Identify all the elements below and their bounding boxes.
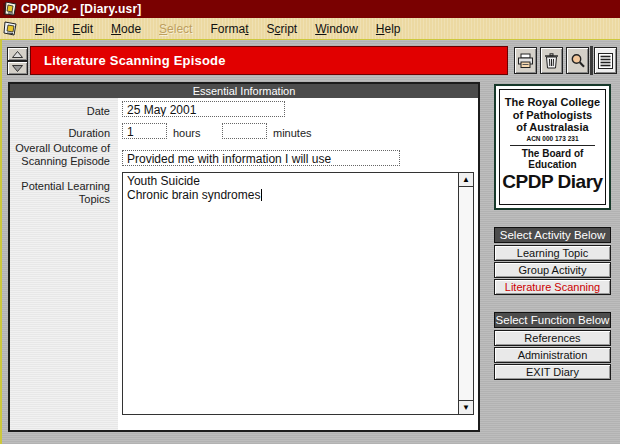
menu-item-select: Select [150,20,201,38]
group-activity-button[interactable]: Group Activity [494,262,611,278]
topics-textarea[interactable]: Youth Suicide Chronic brain syndromes ▲ … [122,172,474,415]
logo-line-1: The Royal College [500,96,605,109]
title-bar[interactable]: CPDPv2 - [Diary.usr] [0,0,620,18]
topics-line-2: Chronic brain syndromes [127,188,260,202]
print-button[interactable] [514,47,537,74]
administration-button[interactable]: Administration [494,347,611,363]
search-icon [570,53,586,69]
logo-line-2: of Pathologists [500,109,605,122]
menu-item-format[interactable]: Format [201,20,257,38]
triangle-down-icon [12,65,23,72]
logo-acn: ACN 000 173 231 [500,135,605,142]
logo-board-line: The Board of Education [500,148,605,170]
menu-item-mode[interactable]: Mode [102,20,150,38]
menu-item-file[interactable]: File [26,20,63,38]
date-label: Date [10,105,110,117]
learning-topic-button[interactable]: Learning Topic [494,245,611,261]
outcome-input[interactable]: Provided me with information I will use [122,150,400,166]
menu-bar: File Edit Mode Select Format Script Wind… [0,18,620,39]
literature-scanning-button[interactable]: Literature Scanning [494,279,611,295]
organisation-logo: The Royal College of Pathologists of Aus… [494,84,611,210]
outcome-label-line2: Scanning Episode [10,155,110,167]
function-section-header: Select Function Below [494,312,611,328]
menu-item-help[interactable]: Help [367,20,410,38]
hours-label: hours [173,127,201,139]
print-icon [517,53,534,69]
window-title: CPDPv2 - [Diary.usr] [21,2,141,16]
references-button[interactable]: References [494,330,611,346]
textarea-scrollbar[interactable]: ▲ ▼ [458,173,473,414]
menu-item-script[interactable]: Script [257,20,306,38]
episode-form-panel: Essential Information Date 25 May 2001 D… [8,82,480,432]
logo-product-name: CPDP Diary [500,171,605,193]
sidebar: The Royal College of Pathologists of Aus… [494,84,611,384]
list-icon [598,53,613,69]
app-icon [3,2,17,16]
text-caret [261,189,262,201]
logo-inner-frame: The Royal College of Pathologists of Aus… [499,89,606,205]
list-view-button[interactable] [594,47,617,74]
form-section-header: Essential Information [10,84,478,98]
application-window: CPDPv2 - [Diary.usr] File Edit Mode Sele… [0,0,620,444]
menu-item-window[interactable]: Window [306,20,367,38]
topics-label-line2: Topics [10,193,110,205]
duration-minutes-input[interactable] [222,123,267,139]
logo-divider [510,145,595,146]
trash-icon [544,53,559,69]
spin-up-button[interactable] [7,47,28,61]
section-banner-title: Literature Scanning Episode [31,53,226,68]
topics-label-line1: Potential Learning [10,180,110,192]
duration-hours-input[interactable]: 1 [122,123,167,139]
menu-divider [0,39,620,40]
outcome-label-line1: Overall Outcome of [10,142,110,154]
toolbar-separator [590,46,593,75]
activity-section-header: Select Activity Below [494,227,611,243]
delete-button[interactable] [540,47,563,74]
window-left-edge [0,40,2,444]
date-input[interactable]: 25 May 2001 [122,101,285,117]
record-spinner [7,47,28,75]
duration-label: Duration [10,127,110,139]
scroll-down-icon[interactable]: ▼ [459,400,473,414]
section-banner: Literature Scanning Episode [30,46,508,75]
menu-item-edit[interactable]: Edit [63,20,102,38]
scroll-up-icon[interactable]: ▲ [459,173,473,187]
logo-line-3: of Australasia [500,121,605,134]
topics-line-1: Youth Suicide [127,174,200,188]
triangle-up-icon [12,51,23,58]
document-icon[interactable] [3,21,18,36]
exit-diary-button[interactable]: EXIT Diary [494,364,611,380]
spin-down-button[interactable] [7,61,28,75]
find-button[interactable] [566,47,589,74]
minutes-label: minutes [273,127,312,139]
